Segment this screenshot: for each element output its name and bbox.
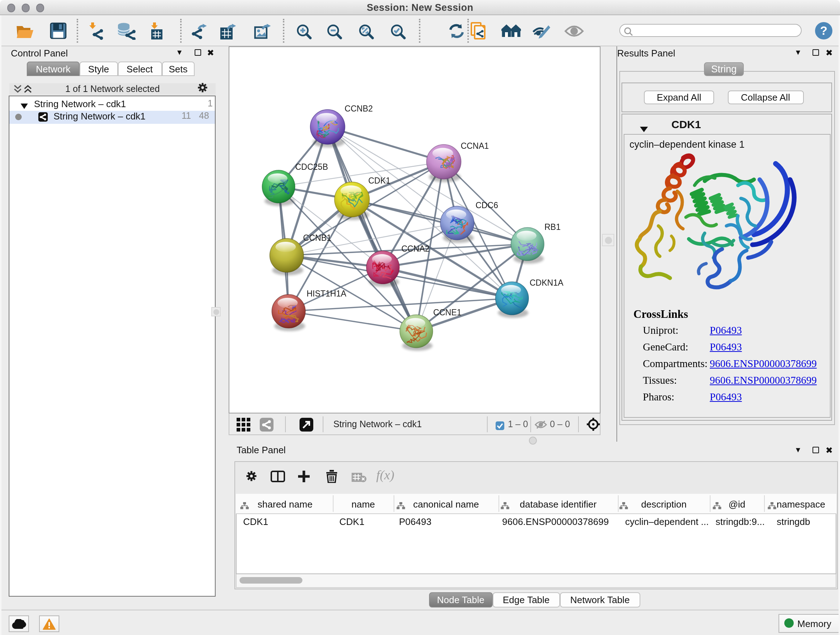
- svg-text:CDC25B: CDC25B: [295, 162, 328, 172]
- svg-text:?: ?: [820, 24, 827, 37]
- svg-text:CCNE1: CCNE1: [433, 308, 462, 317]
- svg-text:CDKN1A: CDKN1A: [530, 278, 564, 287]
- svg-text:HIST1H1A: HIST1H1A: [306, 289, 347, 298]
- svg-text:CDK1: CDK1: [368, 176, 390, 185]
- svg-text:CDC6: CDC6: [475, 201, 498, 210]
- svg-text:CCNB1: CCNB1: [303, 233, 332, 242]
- svg-text:CCNA1: CCNA1: [461, 141, 489, 150]
- svg-text:CCNA2: CCNA2: [401, 244, 429, 253]
- svg-text:CCNB2: CCNB2: [345, 104, 373, 113]
- svg-text:RB1: RB1: [545, 222, 561, 232]
